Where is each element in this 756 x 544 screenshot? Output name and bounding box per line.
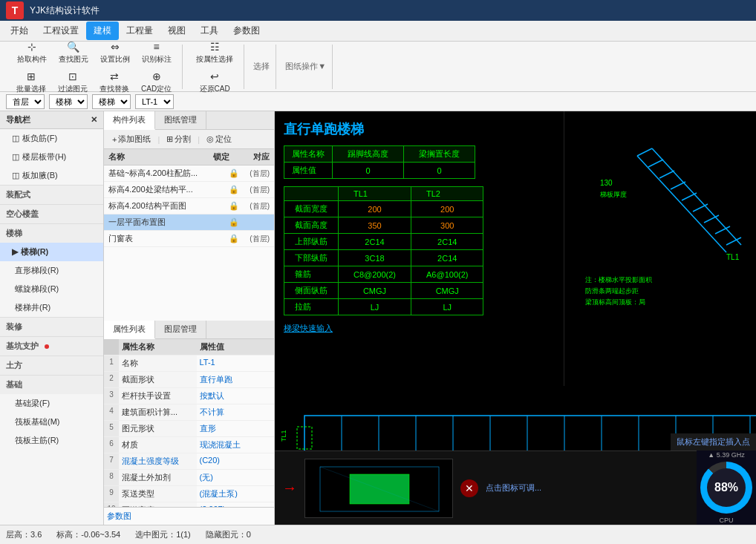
nav-close-btn[interactable]: ✕	[91, 115, 97, 125]
floor-selector-bar: 首层 楼梯 楼梯 LT-1	[0, 92, 756, 111]
nav-list: ◫ 板负筋(F) ◫ 楼层板带(H) ◫ 板加腋(B) 装配式 空心楼盖 楼梯 …	[0, 129, 103, 525]
cpu-percent: 88%	[714, 481, 738, 494]
cad-elevation: 130 梯板厚度 TL1 注：楼梯水平投影面积 防滑条两端起步距 梁顶标高间顶板…	[578, 111, 756, 386]
props-row-8[interactable]: 8 混凝土外加剂 (无)	[104, 470, 274, 486]
nav-board-haunch[interactable]: ◫ 板加腋(B)	[0, 166, 103, 185]
add-drawing-btn[interactable]: + 添加图纸	[108, 132, 154, 146]
component-tabs: 构件列表 图纸管理	[104, 111, 274, 130]
main-area: 导航栏 ✕ ◫ 板负筋(F) ◫ 楼层板带(H) ◫ 板加腋(B) 装配式 空心…	[0, 111, 756, 525]
tab-layer-mgmt[interactable]: 图层管理	[155, 321, 206, 338]
svg-line-28	[637, 148, 652, 156]
nav-title: 导航栏	[6, 114, 30, 125]
nav-section-hollow: 空心楼盖	[0, 204, 103, 223]
props-row-5[interactable]: 5 图元形状 直形	[104, 421, 274, 437]
comp-row-2[interactable]: 标高4.200结构平面图 🔒 (首层)	[104, 198, 274, 214]
tab-component-list[interactable]: 构件列表	[104, 111, 155, 130]
svg-text:注：楼梯水平投影面积: 注：楼梯水平投影面积	[585, 276, 652, 284]
nav-foundation-beam[interactable]: 基础梁(F)	[0, 394, 103, 413]
element-dropdown[interactable]: LT-1	[135, 94, 174, 109]
svg-line-36	[726, 237, 741, 245]
attr-group: ☷ 按属性选择 ↩ 还原CAD	[186, 45, 244, 89]
stair-icon: ▶	[12, 247, 18, 257]
svg-line-29	[648, 160, 663, 167]
drawing-ops-group: 图纸操作▼	[279, 45, 333, 89]
ref-table-2: TL1 TL2 截面宽度 200 200 截面高度 350 300 上部纵筋 2…	[284, 186, 483, 315]
svg-line-45	[320, 467, 439, 511]
ref-table-1: 属性名称 踢脚线高度 梁搁置长度 属性值 0 0	[284, 145, 475, 179]
comp-list-header: 名称 锁定 对应	[104, 149, 274, 166]
app-logo: T	[6, 1, 24, 19]
svg-text:TL1: TL1	[280, 430, 287, 442]
identify-icon: ≡	[149, 39, 164, 54]
props-row-6[interactable]: 6 材质 现浇混凝土	[104, 437, 274, 453]
nav-floor-belt[interactable]: ◫ 楼层板带(H)	[0, 148, 103, 166]
comp-row-3[interactable]: 一层平面布置图 🔒	[104, 214, 274, 231]
props-row-3[interactable]: 3 栏杆扶手设置 按默认	[104, 388, 274, 404]
nav-section-foundation: 基础	[0, 375, 103, 394]
toolbar: ⊹ 拾取构件 🔍 查找图元 ⇔ 设置比例 ≡ 识别标注 ⊞ 批量选择 ⊡	[0, 42, 756, 92]
props-row-2[interactable]: 2 截面形状 直行单跑	[104, 372, 274, 388]
component-list: 名称 锁定 对应 基础~标高4.200柱配筋... 🔒 (首层) 标高4.200…	[104, 149, 274, 318]
comp-row-1[interactable]: 标高4.200处梁结构平... 🔒 (首层)	[104, 182, 274, 198]
quick-input-link[interactable]: 梯梁快速输入	[284, 323, 555, 334]
notice-text: 点击图标可调...	[486, 482, 689, 494]
cad-view[interactable]: 直行单跑楼梯 属性名称 踢脚线高度 梁搁置长度 属性值 0 0	[275, 111, 756, 525]
component-toolbar: + 添加图纸 | ⊞ 分割 | ◎ 定位	[104, 130, 274, 149]
locate-btn[interactable]: ◎ 定位	[203, 132, 235, 146]
svg-line-27	[637, 156, 726, 252]
svg-text:130: 130	[600, 179, 613, 187]
batch-icon: ⊞	[24, 69, 39, 84]
props-header: 属性名称 属性值	[104, 339, 274, 355]
filter-btn[interactable]: ⊡ 过滤图元	[53, 68, 92, 96]
identify-btn[interactable]: ≡ 识别标注	[137, 38, 176, 66]
tab-drawing-mgmt[interactable]: 图纸管理	[155, 111, 206, 129]
props-row-1[interactable]: 1 名称 LT-1	[104, 355, 274, 372]
cpu-meter: ▲ 5.39 GHz 88% CPU	[697, 450, 756, 525]
nav-section-earthwork: 土方	[0, 355, 103, 375]
props-row-4[interactable]: 4 建筑面积计算... 不计算	[104, 404, 274, 421]
nav-straight-stair[interactable]: 直形梯段(R)	[0, 261, 103, 280]
cpu-inner: 88%	[707, 468, 746, 507]
cad-icon: ⊕	[149, 69, 164, 84]
pick-icon: ⊹	[25, 39, 39, 54]
arrow-indicator: →	[282, 479, 297, 497]
app-title: YJK结构设计软件	[30, 4, 100, 17]
svg-line-33	[693, 204, 708, 212]
props-footer-btn[interactable]: 参数图	[104, 507, 274, 525]
find-element-btn[interactable]: 🔍 查找图元	[54, 38, 93, 66]
set-scale-btn[interactable]: ⇔ 设置比例	[96, 38, 134, 66]
nav-section-decoration: 装修	[0, 317, 103, 336]
props-row-7[interactable]: 7 混凝土强度等级 (C20)	[104, 453, 274, 470]
cad-locate-btn[interactable]: ⊕ CAD定位	[137, 68, 176, 96]
floor-dropdown[interactable]: 首层	[6, 94, 45, 109]
comp-row-0[interactable]: 基础~标高4.200柱配筋... 🔒 (首层)	[104, 166, 274, 182]
props-row-9[interactable]: 9 泵送类型 (混凝土泵)	[104, 486, 274, 502]
close-preview-btn[interactable]: ✕	[460, 479, 478, 497]
find-replace-btn[interactable]: ⇄ 查找替换	[95, 68, 134, 96]
restore-cad-btn[interactable]: ↩ 还原CAD	[195, 68, 235, 96]
filter-icon: ⊡	[65, 69, 80, 84]
batch-select-btn[interactable]: ⊞ 批量选择	[12, 68, 50, 96]
restore-icon: ↩	[207, 69, 222, 84]
nav-section-foundation-support: 基坑支护	[0, 336, 103, 355]
attr-select-btn[interactable]: ☷ 按属性选择	[192, 38, 238, 66]
comp-row-4[interactable]: 门窗表 🔒 (首层)	[104, 231, 274, 247]
nav-stair[interactable]: ▶ 楼梯(R)	[0, 243, 103, 261]
tab-props-list[interactable]: 属性列表	[104, 321, 155, 339]
category-dropdown[interactable]: 楼梯	[49, 94, 88, 109]
pick-component-btn[interactable]: ⊹ 拾取构件	[13, 38, 51, 66]
middle-panel: 构件列表 图纸管理 + 添加图纸 | ⊞ 分割 | ◎ 定位 名称 锁定 对应	[104, 111, 275, 525]
nav-raft-main-rebar[interactable]: 筏板主筋(R)	[0, 431, 103, 450]
nav-stair-well[interactable]: 楼梯井(R)	[0, 298, 103, 317]
scale-icon: ⇔	[108, 39, 123, 54]
cpu-label: CPU	[719, 517, 733, 524]
nav-raft-foundation[interactable]: 筏板基础(M)	[0, 413, 103, 431]
nav-board-rebar[interactable]: ◫ 板负筋(F)	[0, 129, 103, 148]
subcategory-dropdown[interactable]: 楼梯	[92, 94, 131, 109]
split-btn[interactable]: ⊞ 分割	[163, 132, 195, 146]
board-rebar-icon: ◫	[12, 134, 19, 143]
svg-text:TL1: TL1	[726, 253, 740, 261]
replace-icon: ⇄	[107, 69, 122, 84]
add-drawing-icon: +	[112, 135, 117, 144]
nav-spiral-stair[interactable]: 螺旋梯段(R)	[0, 280, 103, 298]
